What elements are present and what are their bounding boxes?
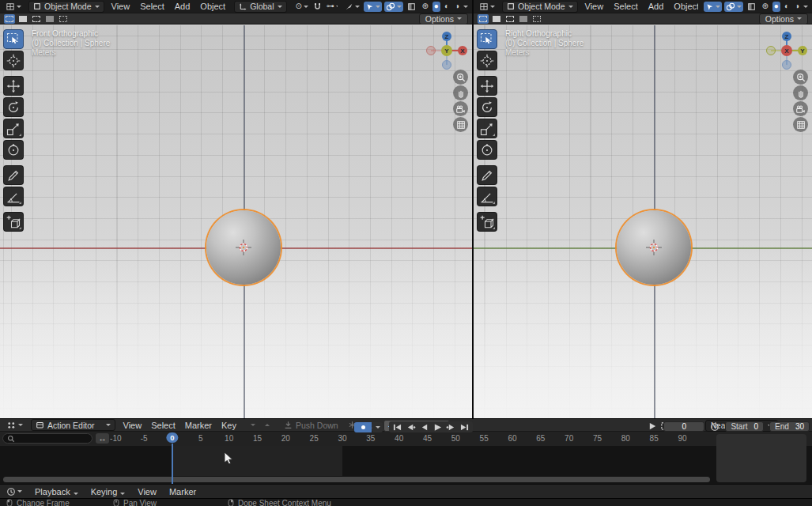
shading-solid-button[interactable]: ● [432, 2, 440, 12]
move-tool[interactable] [477, 76, 497, 96]
shading-material-button[interactable]: ◐ [443, 2, 451, 12]
pan-button[interactable] [453, 85, 468, 100]
shading-wireframe-button[interactable]: ⊕ [760, 2, 769, 12]
menu-select[interactable]: Select [149, 421, 177, 430]
navigation-gizmo[interactable]: Z X Y [425, 28, 469, 73]
menu-marker[interactable]: Marker [168, 487, 198, 497]
editor-mode-dropdown[interactable]: Action Editor [31, 419, 115, 431]
camera-view-button[interactable] [453, 101, 468, 116]
menu-object[interactable]: Object [198, 2, 227, 11]
jump-to-start-button[interactable] [391, 422, 403, 432]
play-reverse-button[interactable] [418, 422, 430, 432]
zoom-button[interactable] [453, 70, 468, 85]
browse-action-down-button[interactable] [249, 420, 257, 430]
select-mode-intersect-button[interactable] [531, 14, 542, 24]
cursor-tool[interactable] [3, 51, 24, 70]
xray-toggle-button[interactable] [406, 2, 417, 12]
add-cube-tool[interactable] [477, 212, 497, 232]
select-mode-intersect-button[interactable] [58, 14, 69, 24]
move-tool[interactable] [3, 76, 24, 96]
menu-add[interactable]: Add [173, 2, 192, 11]
overlays-toggle-button[interactable] [724, 2, 743, 12]
horizontal-scrollbar[interactable] [3, 477, 710, 482]
menu-key[interactable]: Key [220, 421, 238, 430]
rotate-tool[interactable] [477, 97, 497, 117]
menu-object[interactable]: Object [672, 2, 698, 11]
measure-tool[interactable] [477, 187, 497, 206]
select-mode-invert-button[interactable] [518, 14, 529, 24]
fit-range-button[interactable]: ↔ [96, 433, 109, 444]
auto-keying-dropdown[interactable] [372, 422, 383, 432]
shading-wireframe-button[interactable]: ⊕ [420, 2, 429, 12]
snap-magnet-button[interactable] [312, 2, 323, 12]
gizmo-neg-z-ball[interactable] [783, 61, 791, 70]
push-down-button[interactable]: Push Down [282, 420, 340, 430]
menu-view[interactable]: View [110, 2, 132, 11]
select-box-tool[interactable] [477, 29, 497, 49]
select-box-tool[interactable] [3, 29, 24, 49]
gizmo-neg-x-ball[interactable] [427, 47, 436, 55]
select-mode-subtract-button[interactable] [31, 14, 42, 24]
end-frame-field[interactable]: End 30 [769, 421, 810, 432]
measure-tool[interactable] [3, 187, 24, 206]
select-mode-invert-button[interactable] [44, 14, 55, 24]
jump-to-end-button[interactable] [459, 422, 470, 432]
browse-action-up-button[interactable] [263, 420, 271, 430]
options-dropdown[interactable]: Options [759, 13, 808, 25]
scale-tool[interactable] [477, 119, 497, 138]
shading-rendered-button[interactable]: ◑ [453, 2, 461, 12]
rotate-tool[interactable] [3, 97, 24, 117]
menu-select[interactable]: Select [612, 2, 640, 11]
shading-material-button[interactable]: ◐ [783, 2, 791, 12]
menu-keying[interactable]: Keying [89, 487, 127, 497]
options-dropdown[interactable]: Options [419, 13, 468, 25]
orthographic-toggle-button[interactable] [793, 117, 808, 132]
xray-toggle-button[interactable] [746, 2, 757, 12]
add-cube-tool[interactable] [3, 212, 24, 232]
menu-view[interactable]: View [136, 487, 158, 497]
pivot-point-button[interactable]: ⊙ [294, 2, 310, 12]
next-keyframe-button[interactable] [445, 422, 457, 432]
mode-dropdown[interactable]: Object Mode [28, 1, 104, 13]
playhead[interactable] [172, 444, 173, 484]
shading-solid-button[interactable]: ● [772, 2, 780, 12]
orthographic-toggle-button[interactable] [453, 117, 468, 132]
viewport-canvas-front[interactable]: Front Orthographic (0) Collection | Sphe… [0, 25, 472, 419]
pan-button[interactable] [793, 85, 808, 100]
menu-select[interactable]: Select [138, 2, 166, 11]
channel-search-input[interactable] [2, 433, 93, 444]
annotate-tool[interactable] [477, 165, 497, 185]
only-selected-cursor-icon[interactable] [648, 421, 657, 431]
play-button[interactable] [432, 422, 444, 432]
menu-view[interactable]: View [122, 421, 144, 430]
menu-playback[interactable]: Playback [33, 487, 80, 497]
timeline-editor-button[interactable] [5, 486, 24, 497]
editor-type-button[interactable] [4, 2, 23, 12]
active-tool-button[interactable] [343, 2, 361, 12]
previous-keyframe-button[interactable] [405, 422, 417, 432]
gizmo-neg-y-ball[interactable] [767, 47, 776, 55]
select-mode-new-button[interactable] [4, 14, 15, 24]
select-mode-new-button[interactable] [478, 14, 489, 24]
current-frame-field[interactable]: 0 [663, 421, 704, 432]
editor-type-button[interactable] [478, 2, 497, 12]
snap-with-button[interactable]: ⊶ [325, 2, 338, 12]
camera-view-button[interactable] [793, 101, 808, 116]
mode-dropdown[interactable]: Object Mode [502, 1, 578, 13]
shading-rendered-button[interactable]: ◑ [793, 2, 801, 12]
overlays-toggle-button[interactable] [384, 2, 403, 12]
select-mode-extend-button[interactable] [17, 14, 28, 24]
timeline-ruler[interactable]: ↔ -10-5051015202530354045505560657075808… [0, 432, 812, 446]
gizmo-toggle-button[interactable] [704, 2, 722, 12]
menu-view[interactable]: View [584, 2, 606, 11]
menu-marker[interactable]: Marker [183, 421, 213, 430]
orientation-dropdown[interactable]: Global [234, 1, 286, 13]
transform-tool[interactable] [3, 140, 24, 160]
current-frame-badge[interactable]: 0 [166, 432, 178, 443]
annotate-tool[interactable] [3, 165, 24, 185]
gizmo-neg-z-ball[interactable] [443, 61, 451, 70]
zoom-button[interactable] [793, 70, 808, 85]
select-mode-extend-button[interactable] [491, 14, 502, 24]
select-mode-subtract-button[interactable] [504, 14, 516, 24]
scale-tool[interactable] [3, 119, 24, 138]
